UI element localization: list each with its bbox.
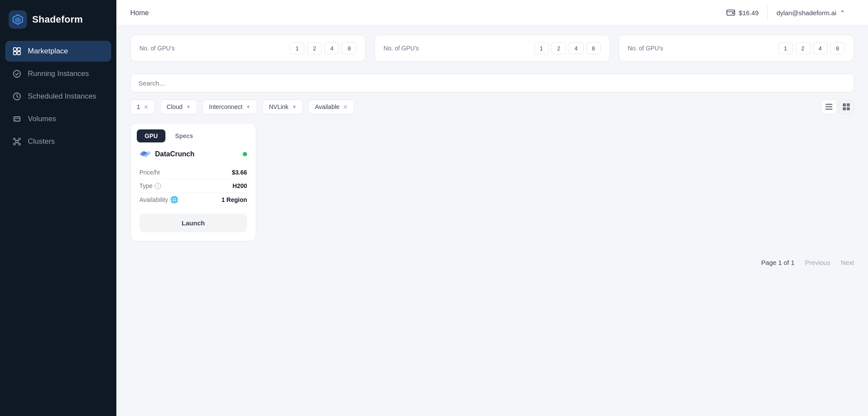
svg-line-15: [15, 140, 16, 141]
gpu-count-8-btn-0[interactable]: 8: [342, 42, 356, 54]
gpu-label-2: No. of GPU's: [628, 45, 663, 52]
gpu-card-header-0: No. of GPU's 1 2 4 8: [139, 42, 356, 54]
gpu-count-1-btn-2[interactable]: 1: [778, 42, 793, 54]
clusters-icon: [12, 137, 22, 146]
gpu-count-8-btn-2[interactable]: 8: [830, 42, 845, 54]
svg-point-13: [13, 143, 15, 145]
balance-display: $16.49: [718, 5, 768, 20]
svg-line-18: [18, 143, 19, 144]
search-input[interactable]: [130, 74, 854, 92]
filter-cloud[interactable]: Cloud ▼: [160, 99, 197, 114]
header-left: Home: [130, 9, 149, 17]
list-view-btn[interactable]: [821, 99, 837, 114]
filter-count-label: 1: [137, 103, 140, 110]
gpu-count-2-btn-2[interactable]: 2: [795, 42, 810, 54]
gpu-count-1-btn-0[interactable]: 1: [290, 42, 304, 54]
gpu-label-0: No. of GPU's: [139, 45, 175, 52]
gpu-count-btns-2: 1 2 4 8: [778, 42, 845, 54]
filter-available[interactable]: Available ✕: [308, 99, 354, 114]
main-area: Home $16.49 dylan@shadeform.ai ⌃: [116, 0, 868, 416]
svg-rect-21: [825, 104, 832, 105]
gpu-card-header-1: No. of GPU's 1 2 4 8: [383, 42, 601, 54]
running-instances-icon: [12, 69, 22, 79]
svg-rect-23: [825, 109, 832, 110]
svg-rect-24: [843, 103, 846, 106]
filter-count[interactable]: 1 ✕: [130, 99, 155, 114]
sidebar-item-volumes[interactable]: Volumes: [5, 109, 111, 129]
svg-line-16: [18, 140, 19, 141]
gpu-count-2-btn-0[interactable]: 2: [307, 42, 322, 54]
header: Home $16.49 dylan@shadeform.ai ⌃: [116, 0, 868, 26]
gpu-count-2-btn-1[interactable]: 2: [551, 42, 566, 54]
user-menu[interactable]: dylan@shadeform.ai ⌃: [768, 6, 854, 20]
type-value: H200: [233, 182, 247, 189]
svg-point-28: [147, 151, 150, 155]
gpu-count-8-btn-1[interactable]: 8: [586, 42, 601, 54]
availability-value: 1 Region: [221, 196, 247, 203]
gpu-count-btns-1: 1 2 4 8: [534, 42, 601, 54]
wallet-icon: [726, 9, 735, 17]
gpu-card-1: No. of GPU's 1 2 4 8: [374, 35, 610, 62]
svg-point-12: [19, 138, 20, 140]
logo: Shadeform: [0, 0, 116, 41]
card-tabs: GPU Specs: [131, 123, 256, 142]
svg-rect-26: [843, 107, 846, 110]
svg-rect-2: [13, 48, 17, 51]
chevron-down-icon: ▼: [246, 104, 251, 109]
chevron-down-icon: ▼: [186, 104, 191, 109]
filter-nvlink[interactable]: NVLink ▼: [262, 99, 303, 114]
sidebar-item-running-instances[interactable]: Running Instances: [5, 63, 111, 84]
search-bar: [130, 74, 854, 92]
svg-rect-3: [17, 48, 20, 51]
sidebar-nav: Marketplace Running Instances Scheduled …: [0, 41, 116, 152]
gpu-count-4-btn-2[interactable]: 4: [813, 42, 828, 54]
card-provider: DataCrunch: [139, 149, 247, 159]
filter-interconnect[interactable]: Interconnect ▼: [202, 99, 257, 114]
filter-available-close[interactable]: ✕: [343, 104, 348, 110]
page-info: Page 1 of 1: [761, 259, 795, 266]
svg-rect-8: [14, 117, 20, 121]
provider-logo-icon: [139, 149, 152, 159]
price-value: $3.66: [232, 169, 247, 176]
gpu-count-btns-0: 1 2 4 8: [290, 42, 356, 54]
sidebar-item-marketplace[interactable]: Marketplace: [5, 41, 111, 62]
previous-button[interactable]: Previous: [805, 259, 830, 266]
tab-gpu[interactable]: GPU: [137, 129, 165, 142]
view-toggle: [821, 99, 854, 114]
sidebar-item-clusters[interactable]: Clusters: [5, 131, 111, 152]
sidebar-item-volumes-label: Volumes: [28, 115, 56, 123]
logo-icon: [9, 10, 27, 29]
gpu-count-4-btn-1[interactable]: 4: [569, 42, 584, 54]
svg-rect-19: [727, 10, 735, 15]
svg-point-10: [16, 140, 18, 143]
balance-value: $16.49: [739, 9, 759, 17]
user-email: dylan@shadeform.ai: [776, 9, 836, 17]
content-area: No. of GPU's 1 2 4 8 No. of GPU's 1 2 4: [116, 26, 868, 416]
sidebar-item-scheduled-instances[interactable]: Scheduled Instances: [5, 86, 111, 107]
svg-point-9: [15, 120, 16, 121]
svg-rect-25: [847, 103, 850, 106]
filter-count-close[interactable]: ✕: [144, 104, 149, 110]
card-row-price: Price/hr $3.66: [139, 166, 247, 179]
svg-rect-5: [17, 52, 20, 55]
svg-rect-22: [825, 106, 832, 108]
svg-point-6: [13, 70, 20, 77]
sidebar-item-marketplace-label: Marketplace: [28, 47, 68, 56]
tab-specs[interactable]: Specs: [167, 129, 201, 142]
type-info-icon: i: [155, 183, 161, 189]
svg-rect-27: [847, 107, 850, 110]
marketplace-icon: [12, 46, 22, 56]
launch-button[interactable]: Launch: [139, 214, 247, 232]
next-button[interactable]: Next: [841, 259, 854, 266]
svg-point-11: [13, 138, 15, 140]
globe-icon: 🌐: [170, 196, 178, 204]
gpu-count-4-btn-0[interactable]: 4: [324, 42, 339, 54]
filters-row: 1 ✕ Cloud ▼ Interconnect ▼ NVLink ▼ Avai…: [130, 99, 854, 114]
svg-rect-20: [732, 13, 734, 14]
grid-view-btn[interactable]: [838, 99, 854, 114]
gpu-count-1-btn-1[interactable]: 1: [534, 42, 549, 54]
brand-name: Shadeform: [32, 14, 83, 25]
provider-name-text: DataCrunch: [155, 150, 195, 158]
svg-rect-4: [13, 52, 17, 55]
card-body: DataCrunch Price/hr $3.66 Type i H200: [131, 142, 256, 241]
